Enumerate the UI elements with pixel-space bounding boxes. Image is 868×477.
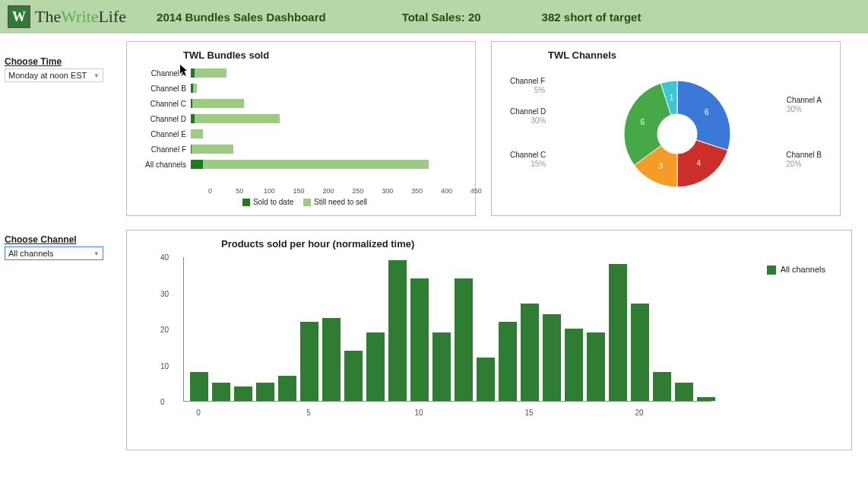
column-bar — [565, 329, 583, 401]
column-bar — [432, 332, 451, 401]
bar-segment — [193, 84, 197, 93]
bar-category-label: Channel E — [138, 130, 191, 138]
x-tick: 50 — [225, 187, 255, 195]
column-bar — [521, 304, 539, 401]
bar-category-label: Channel B — [138, 84, 191, 93]
column-bar — [256, 383, 274, 401]
pie-label-f: Channel F5% — [510, 77, 545, 95]
x-tick: 0 — [196, 409, 201, 417]
column-bar — [455, 278, 473, 402]
logo-text-life: Life — [98, 7, 126, 26]
column-bar — [234, 386, 252, 401]
pie-label-b: Channel B20% — [786, 151, 822, 169]
bar-segment — [192, 145, 233, 154]
legend-swatch-sold — [242, 199, 250, 206]
bar-legend: Sold to date Still need to sell — [138, 198, 464, 206]
logo-text-the: The — [35, 7, 61, 26]
y-tick: 10 — [160, 361, 169, 370]
chart-title: Products sold per hour (normalized time) — [221, 238, 841, 250]
x-tick: 350 — [402, 187, 432, 195]
pie-slice — [677, 81, 730, 151]
column-bar — [587, 332, 605, 401]
column-bar — [366, 332, 385, 401]
pie-slice-value: 4 — [696, 159, 701, 167]
x-tick: 450 — [461, 187, 491, 195]
x-tick: 10 — [414, 409, 423, 417]
x-tick: 15 — [524, 409, 533, 417]
bar-category-label: All channels — [138, 161, 191, 169]
x-tick: 200 — [314, 187, 344, 195]
logo-text-write: Write — [61, 7, 98, 26]
logo-text: TheWriteLife — [35, 7, 126, 27]
y-tick: 30 — [160, 289, 169, 297]
choose-time-label: Choose Time — [5, 56, 119, 67]
bar-segment — [191, 160, 203, 169]
donut-chart: 64361 — [616, 73, 738, 195]
bar-row: Channel B — [138, 81, 464, 96]
hourly-legend: All channels — [767, 265, 825, 275]
logo: W TheWriteLife — [8, 5, 126, 28]
header-bar: W TheWriteLife 2014 Bundles Sales Dashbo… — [0, 0, 868, 33]
column-bar — [212, 383, 230, 401]
x-tick: 150 — [284, 187, 314, 195]
chart-title: TWL Bundles sold — [183, 49, 464, 61]
time-dropdown[interactable]: Monday at noon EST ▼ — [5, 68, 103, 82]
chevron-down-icon: ▼ — [93, 250, 100, 257]
pie-slice-value: 6 — [641, 118, 645, 126]
legend-need-label: Still need to sell — [314, 198, 367, 206]
column-bar — [477, 358, 495, 401]
x-tick: 0 — [195, 187, 225, 195]
chevron-down-icon: ▼ — [93, 72, 100, 79]
pie-slice-value: 6 — [705, 108, 709, 116]
pie-label-d: Channel D30% — [510, 107, 546, 126]
column-bar — [278, 376, 296, 401]
column-bar — [300, 322, 318, 402]
bar-row: Channel A — [138, 65, 464, 81]
x-tick: 100 — [255, 187, 284, 195]
channel-dropdown[interactable]: All channels ▼ — [5, 246, 103, 260]
bar-segment — [192, 99, 244, 108]
logo-mark-icon: W — [8, 5, 30, 28]
column-bar — [543, 314, 561, 401]
bar-row: Channel C — [138, 96, 464, 111]
short-of-target: 382 short of target — [542, 11, 641, 24]
bar-category-label: Channel F — [138, 145, 191, 154]
y-tick: 40 — [160, 253, 169, 262]
y-tick: 20 — [160, 326, 169, 334]
bar-segment — [195, 114, 280, 123]
bar-row: Channel D — [138, 111, 464, 126]
column-bar — [499, 322, 517, 402]
bar-category-label: Channel A — [138, 69, 191, 78]
channel-dropdown-value: All channels — [8, 249, 53, 258]
x-tick: 300 — [372, 187, 402, 195]
choose-channel-label: Choose Channel — [5, 234, 119, 245]
pie-slice-value: 1 — [670, 94, 674, 102]
legend-swatch-all — [767, 266, 776, 275]
column-bar — [410, 278, 429, 402]
y-tick: 0 — [160, 398, 165, 406]
bundles-sold-chart: TWL Bundles sold Channel AChannel BChann… — [126, 41, 476, 216]
bar-segment — [195, 68, 227, 78]
hourly-chart: Products sold per hour (normalized time)… — [126, 230, 852, 450]
legend-swatch-need — [303, 199, 311, 206]
column-bar — [190, 372, 208, 401]
x-tick: 20 — [635, 409, 643, 417]
pie-slice-value: 3 — [658, 162, 663, 170]
channels-pie-chart: TWL Channels 64361 Channel A30% Channel … — [491, 41, 841, 216]
column-bar — [675, 383, 693, 401]
pie-label-a: Channel A30% — [787, 96, 822, 114]
bar-category-label: Channel C — [138, 100, 191, 108]
bar-row: Channel F — [138, 142, 464, 157]
column-bar — [388, 260, 407, 401]
time-dropdown-value: Monday at noon EST — [8, 71, 87, 80]
bar-segment — [203, 160, 429, 169]
column-bar — [344, 351, 363, 402]
pie-label-c: Channel C15% — [510, 151, 546, 169]
x-tick: 400 — [432, 187, 461, 195]
column-bar — [322, 318, 341, 401]
bar-segment — [191, 129, 203, 138]
x-tick: 250 — [343, 187, 372, 195]
column-bar — [697, 397, 715, 401]
column-bar — [653, 372, 671, 401]
total-sales: Total Sales: 20 — [402, 11, 481, 24]
